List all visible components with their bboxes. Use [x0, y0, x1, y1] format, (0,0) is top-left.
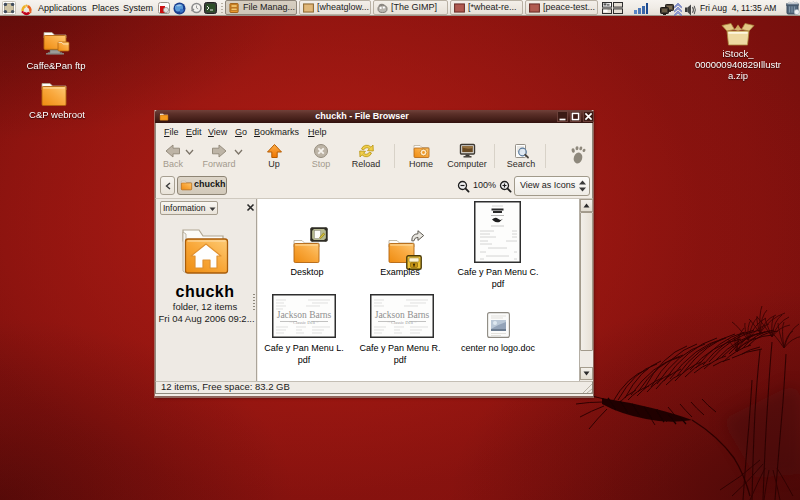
svg-text:Jackson Barns: Jackson Barns — [277, 310, 332, 320]
svg-text:~ Classic Deli ~: ~ Classic Deli ~ — [290, 320, 320, 325]
svg-text:Jackson Barns: Jackson Barns — [375, 310, 430, 320]
svg-text:~ Classic Deli ~: ~ Classic Deli ~ — [388, 320, 418, 325]
